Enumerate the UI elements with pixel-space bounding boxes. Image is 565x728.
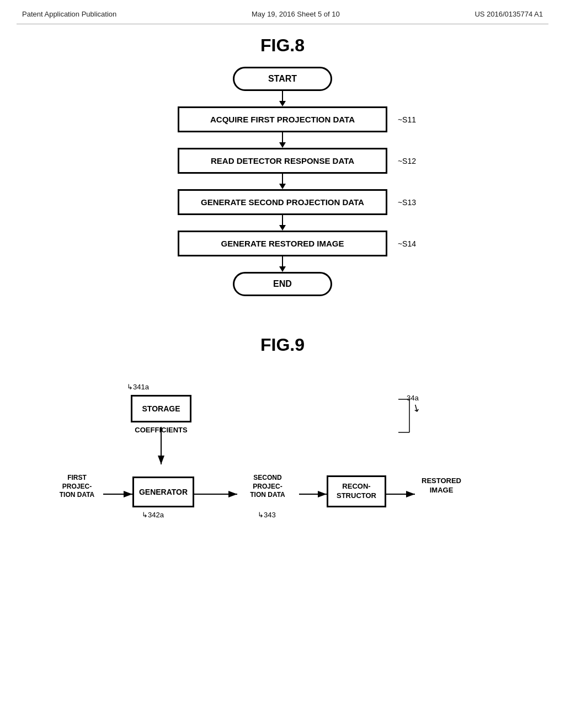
arrow-2: [279, 132, 286, 148]
s12-node: READ DETECTOR RESPONSE DATA ~S12: [178, 148, 387, 174]
end-node: END: [233, 272, 332, 296]
fig9-title: FIG.9: [33, 335, 532, 355]
header-left: Patent Application Publication: [22, 10, 116, 18]
ref-34a-label: 34a: [407, 394, 419, 402]
fig9-diagram: ↳341a STORAGE COEFFICIENTS 34a ↘ FIRSTPR…: [45, 366, 520, 554]
coefficients-label: COEFFICIENTS: [131, 426, 191, 434]
header-right: US 2016/0135774 A1: [475, 10, 543, 18]
arrow-1: [279, 91, 286, 106]
s14-node: GENERATE RESTORED IMAGE ~S14: [178, 231, 387, 256]
fig8-title: FIG.8: [33, 35, 532, 56]
s11-node: ACQUIRE FIRST PROJECTION DATA ~S11: [178, 106, 387, 132]
ref-342a-label: ↳342a: [142, 511, 164, 519]
first-projection-text: FIRSTPROJEC-TION DATA: [51, 474, 103, 500]
page-header: Patent Application Publication May 19, 2…: [0, 0, 565, 24]
fig9-arrows-svg: [45, 366, 520, 554]
ref-34a-arrow: ↘: [410, 401, 423, 416]
section-gap: [33, 313, 532, 335]
step-label-s12: ~S12: [398, 157, 416, 165]
storage-box: STORAGE: [131, 395, 191, 422]
start-node: START: [233, 67, 332, 91]
arrow-4: [279, 215, 286, 231]
fig8-flowchart: START ACQUIRE FIRST PROJECTION DATA ~S11…: [33, 67, 532, 296]
step-label-s11: ~S11: [398, 115, 416, 124]
generator-box: GENERATOR: [132, 477, 194, 507]
restored-image-text: RESTOREDIMAGE: [414, 477, 469, 495]
step-label-s13: ~S13: [398, 198, 416, 207]
main-content: FIG.8 START ACQUIRE FIRST PROJECTION DAT…: [0, 24, 565, 565]
arrow-5: [279, 256, 286, 272]
second-projection-text: SECONDPROJEC-TION DATA: [237, 474, 298, 500]
arrow-3: [279, 174, 286, 189]
s13-node: GENERATE SECOND PROJECTION DATA ~S13: [178, 189, 387, 215]
reconstructor-box: RECON-STRUCTOR: [327, 475, 386, 507]
ref-341a-label: ↳341a: [127, 383, 149, 391]
header-center: May 19, 2016 Sheet 5 of 10: [252, 10, 340, 18]
step-label-s14: ~S14: [398, 239, 416, 248]
ref-343-label: ↳343: [258, 511, 276, 519]
